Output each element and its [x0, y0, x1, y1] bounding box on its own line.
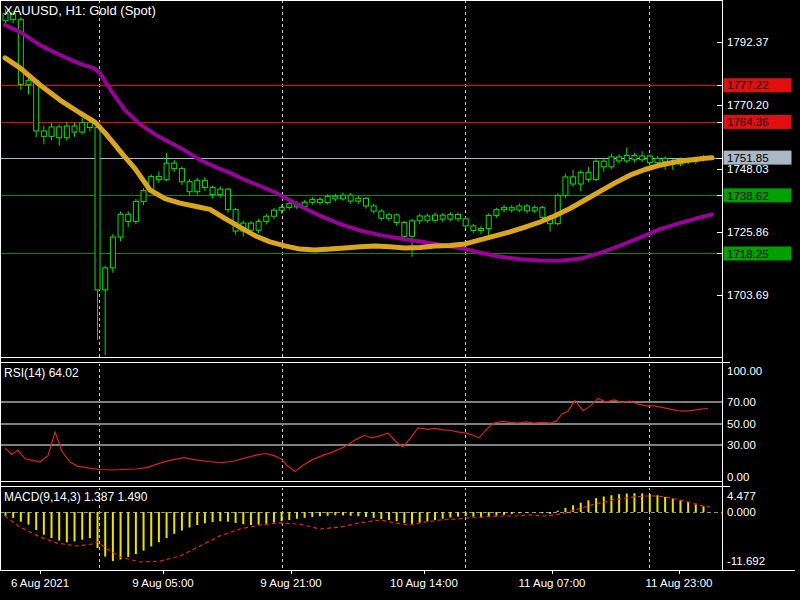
- candle-body: [578, 172, 583, 184]
- candle-body: [586, 172, 591, 179]
- candle-body: [49, 127, 54, 136]
- candle-body: [172, 163, 177, 168]
- candle-body: [609, 157, 614, 167]
- candle-body: [271, 210, 276, 216]
- candle-body: [3, 14, 8, 21]
- candle-body: [64, 126, 69, 138]
- candle-body: [363, 198, 368, 206]
- candle-body: [456, 215, 461, 219]
- candle-body: [394, 215, 399, 223]
- price-axis-label: 1764.36: [727, 116, 769, 128]
- candle-body: [471, 226, 476, 231]
- candle-body: [57, 127, 62, 138]
- candle-body: [509, 208, 514, 210]
- price-axis-label: 1718.25: [727, 248, 769, 260]
- candle-body: [425, 216, 430, 220]
- time-axis-label: 11 Aug 23:00: [646, 577, 713, 589]
- chart-canvas[interactable]: 1792.371777.221770.201764.361751.851748.…: [0, 0, 800, 600]
- candle-body: [333, 196, 338, 199]
- candle-body: [310, 199, 315, 202]
- candle-body: [502, 208, 507, 210]
- candle-body: [325, 196, 330, 202]
- rsi-axis-label: 70.00: [727, 396, 756, 408]
- macd-axis-label: -11.692: [727, 555, 765, 567]
- candle-body: [210, 187, 215, 194]
- candle-body: [410, 221, 415, 236]
- rsi-axis-label: 100.00: [727, 365, 762, 377]
- candle-body: [348, 195, 353, 201]
- candle-body: [624, 155, 629, 160]
- time-axis-label: 9 Aug 05:00: [132, 577, 193, 589]
- candle-body: [647, 156, 652, 163]
- price-axis-label: 1770.20: [727, 99, 769, 111]
- candle-body: [379, 211, 384, 218]
- candle-body: [103, 268, 108, 290]
- candle-body: [517, 206, 522, 210]
- time-axis-label: 6 Aug 2021: [11, 577, 69, 589]
- price-axis-label: 1777.22: [727, 79, 769, 91]
- candle-body: [118, 214, 123, 237]
- candle-body: [402, 223, 407, 237]
- candle-body: [433, 215, 438, 220]
- candle-body: [440, 215, 445, 219]
- candle-body: [356, 198, 361, 201]
- candle-body: [563, 177, 568, 196]
- time-axis-label: 9 Aug 21:00: [260, 577, 321, 589]
- candle-body: [26, 81, 31, 85]
- rsi-axis-label: 0.00: [727, 471, 749, 483]
- candle-body: [479, 229, 484, 231]
- candle-body: [41, 131, 46, 136]
- candle-body: [571, 177, 576, 184]
- candle-body: [264, 216, 269, 221]
- candle-body: [133, 201, 138, 221]
- rsi-axis-label: 30.00: [727, 439, 756, 451]
- candle-body: [225, 189, 230, 210]
- candle-body: [287, 204, 292, 208]
- trading-chart-window: 1792.371777.221770.201764.361751.851748.…: [0, 0, 800, 600]
- candle-body: [195, 180, 200, 191]
- price-axis-label: 1725.86: [727, 226, 769, 238]
- candle-body: [494, 210, 499, 216]
- candle-body: [655, 158, 660, 162]
- candle-body: [601, 161, 606, 167]
- candle-body: [371, 206, 376, 211]
- candle-body: [248, 223, 253, 230]
- candle-body: [164, 163, 169, 180]
- candle-body: [141, 191, 146, 202]
- candle-body: [594, 161, 599, 179]
- candle-body: [11, 14, 16, 20]
- candle-body: [532, 208, 537, 211]
- candle-body: [126, 214, 131, 221]
- price-axis-label: 1738.62: [727, 190, 769, 202]
- candle-body: [34, 81, 39, 131]
- candle-body: [80, 123, 85, 132]
- candle-body: [463, 219, 468, 226]
- candle-body: [87, 123, 92, 128]
- candle-body: [540, 208, 545, 218]
- price-axis-label: 1748.03: [727, 163, 769, 175]
- candle-body: [317, 199, 322, 202]
- candle-body: [95, 128, 100, 290]
- macd-axis-label: 0.000: [727, 506, 756, 518]
- candle-body: [72, 126, 77, 132]
- candle-body: [202, 180, 207, 187]
- price-axis-label: 1792.37: [727, 36, 769, 48]
- candle-body: [555, 195, 560, 223]
- candle-body: [110, 237, 115, 268]
- macd-axis-label: 4.477: [727, 490, 756, 502]
- candle-body: [340, 195, 345, 199]
- candle-body: [218, 189, 223, 194]
- candle-body: [387, 215, 392, 218]
- candle-body: [448, 215, 453, 220]
- candle-body: [617, 157, 622, 161]
- time-axis-label: 11 Aug 07:00: [519, 577, 586, 589]
- candle-body: [179, 169, 184, 182]
- candle-body: [486, 215, 491, 228]
- candle-body: [187, 182, 192, 192]
- time-axis-label: 10 Aug 14:00: [390, 577, 458, 589]
- candle-body: [256, 221, 261, 230]
- rsi-axis-label: 50.00: [727, 418, 756, 430]
- price-axis-label: 1703.69: [727, 289, 769, 301]
- candle-body: [279, 207, 284, 210]
- candle-body: [417, 216, 422, 221]
